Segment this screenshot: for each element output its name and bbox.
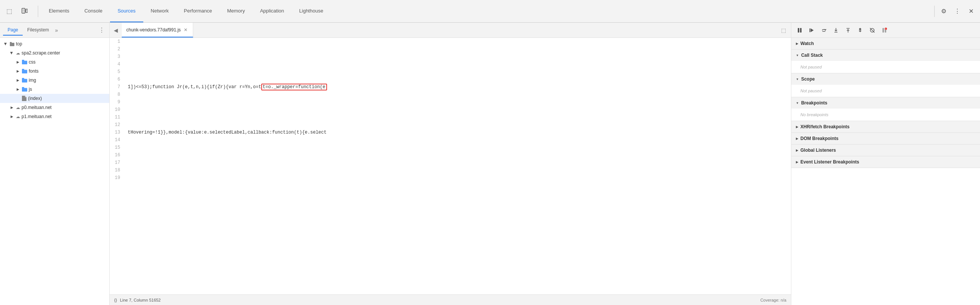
tree-item-img[interactable]: ▶ img <box>0 76 109 85</box>
tree-arrow-fonts: ▶ <box>15 69 21 74</box>
tree-item-index[interactable]: (index) <box>0 94 109 103</box>
tree-label-p0: p0.meituan.net <box>22 105 51 110</box>
debug-section-dom-breakpoints: DOM Breakpoints <box>791 133 980 145</box>
tab-elements[interactable]: Elements <box>41 0 77 22</box>
svg-rect-4 <box>26 10 27 11</box>
tree-arrow-spa2: ▶ <box>9 50 14 56</box>
debug-section-watch: Watch <box>791 38 980 50</box>
svg-rect-8 <box>22 60 24 61</box>
breakpoints-arrow <box>796 101 799 105</box>
code-line-13: 13 tHovering=!1}},model:{value:e.selecte… <box>110 129 791 136</box>
tree-item-p1[interactable]: ▶ ☁ p1.meituan.net <box>0 112 109 121</box>
tree-item-fonts[interactable]: ▶ fonts <box>0 67 109 76</box>
tab-network[interactable]: Network <box>143 0 177 22</box>
code-area[interactable]: 1 2 3 4 5 <box>110 38 791 294</box>
code-line-16: 16 <box>110 152 791 159</box>
tab-memory[interactable]: Memory <box>220 0 253 22</box>
breakpoints-section-header[interactable]: Breakpoints <box>791 97 980 109</box>
folder-icon-top <box>10 42 14 46</box>
code-table: 1 2 3 4 5 <box>110 38 791 182</box>
file-tree: ▶ top ▶ ☁ spa2.scrape.center ▶ <box>0 38 109 305</box>
deactivate-breakpoints-button[interactable] <box>867 25 878 35</box>
scope-label: Scope <box>801 77 815 82</box>
more-tabs-icon[interactable]: » <box>55 27 58 33</box>
tree-arrow-js: ▶ <box>15 87 21 92</box>
cloud-icon-p1: ☁ <box>16 114 20 119</box>
global-listeners-arrow <box>796 149 798 152</box>
step-button[interactable] <box>855 25 865 35</box>
tree-item-js[interactable]: ▶ js <box>0 85 109 94</box>
tab-page[interactable]: Page <box>3 25 23 35</box>
tree-label-p1: p1.meituan.net <box>22 114 51 119</box>
tab-performance[interactable]: Performance <box>176 0 219 22</box>
right-panel: ! Watch Call Stack Not paused <box>791 23 980 305</box>
dom-breakpoints-arrow <box>796 137 798 141</box>
code-line-11: 11 <box>110 113 791 121</box>
code-line-12: 12 <box>110 121 791 129</box>
global-listeners-label: Global Listeners <box>800 148 836 153</box>
scope-section-header[interactable]: Scope <box>791 73 980 85</box>
format-icon[interactable]: {} <box>114 298 117 302</box>
inspect-icon[interactable]: ⬚ <box>3 5 15 18</box>
tree-item-css[interactable]: ▶ css <box>0 57 109 67</box>
navigate-back-button[interactable]: ◀ <box>110 24 122 36</box>
device-toolbar-icon[interactable] <box>18 5 30 18</box>
code-line-5: 5 <box>110 68 791 76</box>
global-listeners-section-header[interactable]: Global Listeners <box>791 145 980 156</box>
debug-section-scope: Scope Not paused <box>791 73 980 97</box>
step-into-button[interactable] <box>830 25 841 35</box>
code-line-17: 17 <box>110 159 791 166</box>
main-layout: Page Filesystem » ⋮ ▶ top ▶ ☁ spa2.scrap… <box>0 23 980 305</box>
debug-section-call-stack: Call Stack Not paused <box>791 50 980 73</box>
tab-bar: Elements Console Sources Network Perform… <box>41 0 931 22</box>
call-stack-section-header[interactable]: Call Stack <box>791 50 980 61</box>
split-editor-icon[interactable]: ⬚ <box>779 26 788 35</box>
svg-rect-17 <box>810 29 810 32</box>
tree-arrow-top: ▶ <box>3 41 8 46</box>
more-icon[interactable]: ⋮ <box>951 5 963 18</box>
watch-section-header[interactable]: Watch <box>791 38 980 49</box>
debugger-sections: Watch Call Stack Not paused Scope <box>791 38 980 305</box>
svg-rect-6 <box>10 42 12 43</box>
editor-tabs-bar: ◀ chunk-vendors.77daf991.js ✕ ⬚ <box>110 23 791 38</box>
tree-label-spa2: spa2.scrape.center <box>22 50 60 56</box>
settings-icon[interactable]: ⚙ <box>938 5 950 18</box>
svg-rect-15 <box>798 28 799 32</box>
code-line-4: 4 <box>110 61 791 68</box>
coverage-label: Coverage: n/a <box>760 298 786 302</box>
event-listener-breakpoints-section-header[interactable]: Event Listener Breakpoints <box>791 156 980 168</box>
pause-on-exception-button[interactable]: ! <box>879 25 889 35</box>
devtools-icons-right: ⚙ ⋮ ✕ <box>938 5 977 18</box>
folder-icon-js <box>22 87 27 91</box>
tab-application[interactable]: Application <box>253 0 292 22</box>
tree-item-spa2[interactable]: ▶ ☁ spa2.scrape.center <box>0 48 109 57</box>
svg-rect-14 <box>22 87 24 89</box>
dom-breakpoints-section-header[interactable]: DOM Breakpoints <box>791 133 980 144</box>
tab-sources[interactable]: Sources <box>110 0 143 22</box>
resume-button[interactable] <box>807 25 817 35</box>
tab-console[interactable]: Console <box>77 0 110 22</box>
panel-menu-icon[interactable]: ⋮ <box>97 25 106 35</box>
close-icon[interactable]: ✕ <box>965 5 977 18</box>
tree-arrow-css: ▶ <box>15 59 21 65</box>
debug-section-event-listener-breakpoints: Event Listener Breakpoints <box>791 156 980 168</box>
pause-button[interactable] <box>794 25 805 35</box>
tree-label-css: css <box>29 59 35 65</box>
step-out-button[interactable] <box>843 25 853 35</box>
tab-filesystem[interactable]: Filesystem <box>23 25 53 35</box>
call-stack-arrow <box>796 54 799 57</box>
editor-tab-chunk-vendors[interactable]: chunk-vendors.77daf991.js ✕ <box>122 23 193 37</box>
tree-item-p0[interactable]: ▶ ☁ p0.meituan.net <box>0 103 109 112</box>
debug-section-breakpoints: Breakpoints No breakpoints <box>791 97 980 121</box>
separator-right <box>934 6 935 17</box>
debug-section-xhr-breakpoints: XHR/fetch Breakpoints <box>791 121 980 133</box>
tree-item-top[interactable]: ▶ top <box>0 39 109 48</box>
step-over-button[interactable] <box>819 25 829 35</box>
svg-rect-1 <box>23 9 24 12</box>
editor-tab-close-button[interactable]: ✕ <box>183 27 188 32</box>
code-line-19: 19 <box>110 174 791 182</box>
svg-line-25 <box>870 28 875 32</box>
tab-lighthouse[interactable]: Lighthouse <box>291 0 331 22</box>
call-stack-label: Call Stack <box>801 53 823 58</box>
xhr-breakpoints-section-header[interactable]: XHR/fetch Breakpoints <box>791 121 980 133</box>
